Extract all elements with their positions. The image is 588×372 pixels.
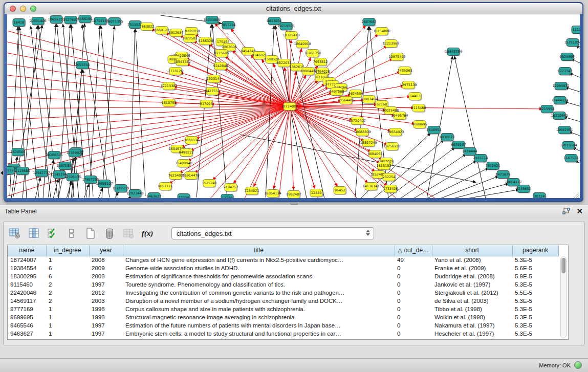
graph-node[interactable]: 20206505: [46, 151, 62, 160]
graph-node[interactable]: 20124: [533, 193, 547, 199]
table-cell[interactable]: 6: [46, 264, 89, 272]
graph-node[interactable]: 10655287: [48, 16, 64, 25]
table-cell[interactable]: 1: [46, 330, 89, 338]
graph-edge[interactable]: [290, 40, 291, 106]
graph-node[interactable]: 17334: [178, 194, 191, 199]
table-cell[interactable]: 5.3E-5: [512, 297, 558, 305]
table-cell[interactable]: Disruption of a novel member of a sodium…: [123, 297, 395, 305]
table-select-combobox[interactable]: citations_edges.txt: [171, 227, 374, 239]
table-cell[interactable]: 2008: [89, 256, 123, 264]
graph-edge[interactable]: [413, 161, 476, 198]
close-panel-icon[interactable]: ✕: [576, 207, 583, 215]
table-row[interactable]: 1938455462009Genome-wide association stu…: [8, 264, 558, 272]
graph-node[interactable]: 1525249: [202, 180, 217, 188]
graph-node[interactable]: 16961758: [304, 50, 321, 58]
window-titlebar[interactable]: citations_edges.txt: [5, 3, 582, 14]
graph-edge[interactable]: [102, 26, 114, 198]
table-row[interactable]: 969969511998Structural magnetic resonanc…: [8, 313, 558, 321]
graph-node[interactable]: 12942737: [33, 169, 50, 178]
graph-node[interactable]: 8990448: [301, 68, 316, 76]
graph-edge[interactable]: [180, 73, 290, 106]
table-cell[interactable]: 18300295: [8, 272, 46, 280]
table-cell[interactable]: 2009: [89, 264, 123, 272]
graph-node[interactable]: 1527607: [63, 16, 78, 25]
graph-node[interactable]: 9463627: [147, 193, 162, 199]
graph-node[interactable]: 16354134: [264, 190, 281, 199]
graph-node[interactable]: 19495764: [391, 112, 408, 121]
table-cell[interactable]: 9115460: [8, 280, 46, 289]
graph-node[interactable]: 9498222: [179, 149, 194, 158]
graph-node[interactable]: 10543382: [173, 58, 190, 67]
graph-node[interactable]: 16418: [13, 19, 26, 28]
table-cell[interactable]: 0: [395, 272, 432, 280]
graph-node[interactable]: 1733426: [383, 185, 398, 194]
table-cell[interactable]: 9465546: [8, 321, 46, 330]
graph-node[interactable]: 2520505: [11, 148, 26, 157]
float-panel-icon[interactable]: [562, 208, 570, 215]
table-cell[interactable]: 2: [46, 297, 89, 305]
graph-node[interactable]: 12505135: [64, 173, 81, 182]
table-cell[interactable]: 5.3E-5: [512, 305, 558, 313]
graph-node[interactable]: 252254: [383, 173, 396, 182]
table-cell[interactable]: Tourette syndrome. Phenomenology and cla…: [123, 280, 395, 289]
graph-node[interactable]: 10688809: [354, 128, 371, 137]
graph-node[interactable]: 12093832: [552, 82, 569, 91]
table-cell[interactable]: 6: [46, 272, 89, 280]
graph-edge[interactable]: [48, 160, 54, 198]
graph-edge[interactable]: [427, 168, 489, 198]
graph-node[interactable]: 14463: [409, 93, 422, 101]
table-cell[interactable]: 1: [46, 305, 89, 313]
table-cell[interactable]: 1998: [89, 305, 123, 313]
graph-edge[interactable]: [278, 106, 290, 198]
graph-node[interactable]: 7663822: [140, 23, 155, 32]
new-document-icon[interactable]: [84, 227, 97, 239]
graph-edge[interactable]: [467, 190, 519, 198]
graph-node[interactable]: 2687682: [362, 18, 377, 27]
table-row[interactable]: 1830029562008Estimation of significance …: [8, 272, 558, 280]
graph-node[interactable]: 18807249: [360, 139, 377, 148]
graph-node[interactable]: 3878334: [184, 137, 199, 145]
table-cell[interactable]: 5.3E-5: [512, 280, 558, 289]
graph-node[interactable]: 12249: [221, 194, 234, 199]
graph-node[interactable]: 12213967: [382, 40, 399, 49]
graph-node[interactable]: 19654923: [387, 128, 404, 137]
table-cell[interactable]: 2008: [89, 272, 123, 280]
graph-node[interactable]: 9275685: [214, 50, 229, 58]
function-icon[interactable]: f(x): [141, 227, 154, 239]
graph-node[interactable]: 9699695: [412, 121, 427, 129]
graph-node[interactable]: 19975887: [56, 162, 73, 171]
graph-node[interactable]: 2718126: [168, 68, 183, 76]
table-cell[interactable]: 5.3E-5: [512, 313, 558, 321]
table-row[interactable]: 946554611997Estimation of the future num…: [8, 321, 558, 330]
graph-node[interactable]: 39159: [7, 167, 15, 176]
table-cell[interactable]: Estimation of the future numbers of pati…: [123, 321, 395, 330]
table-settings-icon[interactable]: [9, 227, 21, 239]
graph-node[interactable]: 9115460: [411, 104, 426, 113]
graph-node[interactable]: 15720407: [349, 117, 365, 126]
node-table[interactable]: namein_degreeyeartitle△ out_de…shortpage…: [7, 245, 569, 340]
table-cell[interactable]: 1997: [89, 280, 123, 289]
import-table-icon[interactable]: [122, 227, 135, 239]
table-cell[interactable]: 2: [46, 280, 89, 289]
graph-node[interactable]: 8938923: [440, 134, 455, 142]
table-cell[interactable]: Tibbo et al. (1998): [432, 305, 512, 313]
table-cell[interactable]: 9777169: [8, 305, 46, 313]
table-row[interactable]: 977716911998Corpus callosum shape and si…: [8, 305, 558, 313]
table-cell[interactable]: 5.6E-5: [512, 264, 558, 272]
column-header-3[interactable]: title: [123, 245, 395, 256]
graph-node[interactable]: 16033809: [203, 16, 220, 25]
graph-edge[interactable]: [7, 30, 290, 106]
graph-node[interactable]: 1615152: [377, 162, 391, 171]
graph-node[interactable]: 8427552: [205, 87, 220, 96]
graph-edge[interactable]: [7, 63, 290, 106]
table-cell[interactable]: Dudbridge et al. (2008): [432, 272, 512, 280]
graph-node[interactable]: 10973493: [388, 53, 405, 62]
table-cell[interactable]: Genome-wide association studies in ADHD.: [123, 264, 395, 272]
graph-node[interactable]: 8215958: [540, 105, 555, 114]
graph-node[interactable]: 7485063: [398, 67, 412, 76]
table-cell[interactable]: 1997: [89, 321, 123, 330]
graph-node[interactable]: 18325419: [282, 32, 299, 40]
column-header-0[interactable]: name: [8, 245, 46, 256]
graph-edge[interactable]: [7, 106, 290, 176]
table-cell[interactable]: 1998: [89, 313, 123, 321]
